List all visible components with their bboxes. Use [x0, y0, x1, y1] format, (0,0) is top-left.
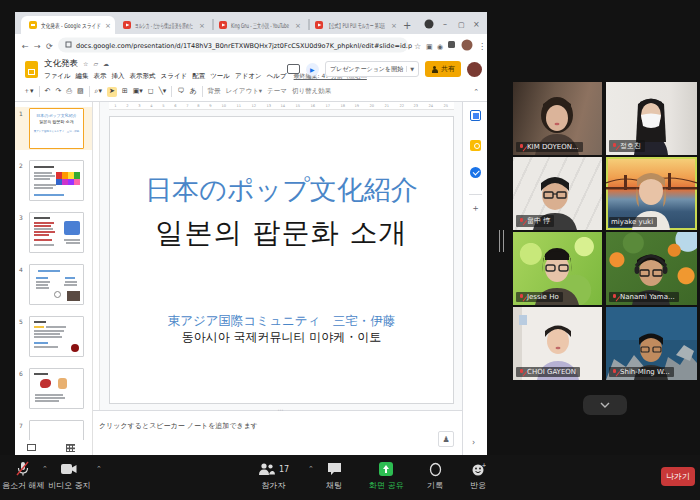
panel-collapse-icon[interactable]: › — [472, 438, 475, 447]
participant-video[interactable]: 畠中 惇 — [513, 157, 602, 230]
leave-button[interactable]: 나가기 — [661, 467, 695, 486]
menu-arrange[interactable]: 配置 — [192, 72, 205, 81]
extension-icon[interactable]: ◉ — [437, 43, 443, 51]
move-folder-icon[interactable]: ▱ — [93, 60, 98, 67]
refresh-icon[interactable]: ⟳ — [46, 42, 53, 51]
paint-format-icon[interactable]: ▨ — [77, 88, 84, 95]
account-avatar[interactable] — [467, 62, 482, 77]
slide-thumbnail-3[interactable]: 3 — [15, 211, 92, 254]
extension-icon[interactable] — [448, 41, 455, 48]
extension-icon[interactable]: ▣ — [426, 43, 433, 51]
tab-close-icon[interactable]: × — [295, 22, 301, 30]
participant-video[interactable]: 정호진 — [606, 82, 697, 155]
browser-avatar[interactable] — [462, 40, 473, 51]
participants-button[interactable]: 17 참가자 — [258, 461, 289, 491]
undo-icon[interactable]: ↶ — [45, 88, 51, 95]
share-screen-button[interactable]: 화면 공유 — [369, 461, 404, 491]
collapse-toolbar-icon[interactable]: ⌃ — [473, 88, 479, 96]
zoom-icon[interactable]: ⌕▾ — [95, 88, 102, 95]
browser-tab-youtube-1[interactable]: ヨルシカ - だから僕は音楽を辞めた × — [123, 21, 205, 30]
transition-button[interactable]: 切り替え効果 — [292, 87, 331, 96]
star-icon[interactable]: ☆ — [83, 60, 88, 67]
background-button[interactable]: 背景 — [208, 87, 221, 96]
slideshow-icon[interactable]: ▶ — [306, 63, 319, 76]
present-button[interactable]: プレゼンテーションを開始 ▼ — [325, 61, 419, 77]
slide-byline-korean[interactable]: 동아시아 국제커뮤니티 미야케・이토 — [110, 329, 453, 346]
slide-thumbnail-5[interactable]: 5 — [15, 315, 92, 358]
participant-video[interactable]: KIM DOYEON... — [513, 82, 602, 155]
menu-file[interactable]: ファイル — [44, 72, 71, 81]
insert-image-icon[interactable]: ▣▾ — [133, 88, 143, 95]
speaker-notes[interactable]: ⋯ クリックするとスピーカー ノートを追加できます ♟ — [93, 410, 462, 455]
textbox-icon[interactable]: ⊞ — [122, 88, 128, 95]
browser-tab-youtube-2[interactable]: King Gnu - 三文小説 - YouTube × — [219, 21, 301, 30]
menu-help[interactable]: ヘルプ — [267, 72, 287, 81]
close-button[interactable]: × — [473, 20, 480, 29]
participant-video[interactable]: Nanami Yama... — [606, 232, 697, 305]
insert-shape-icon[interactable]: ◻ — [148, 88, 154, 95]
presenter-view-button[interactable]: ♟ — [438, 431, 454, 447]
document-title[interactable]: 文化発表 — [44, 58, 78, 70]
tab-close-icon[interactable]: × — [391, 22, 397, 30]
grid-resize-handle[interactable] — [499, 230, 504, 252]
current-slide[interactable]: 日本のポップ文化紹介 일본의 팝문화 소개 東アジア国際コミュニティ 三宅・伊藤… — [109, 116, 454, 404]
grid-collapse-button[interactable] — [583, 395, 627, 415]
theme-button[interactable]: テーマ — [267, 87, 287, 96]
slide-byline-japanese[interactable]: 東アジア国際コミュニティ 三宅・伊藤 — [110, 313, 453, 330]
slide-thumbnail-4[interactable]: 4 — [15, 263, 92, 306]
tab-close-icon[interactable]: × — [199, 22, 205, 30]
participant-video[interactable]: CHOI GAYEON — [513, 307, 602, 380]
insert-line-icon[interactable]: ╲▾ — [159, 88, 167, 95]
calendar-icon[interactable] — [470, 110, 481, 121]
filmstrip-view-icon[interactable] — [27, 444, 36, 451]
participant-video[interactable]: Shih-MIng W... — [606, 307, 697, 380]
forward-icon[interactable]: → — [34, 42, 41, 51]
slide-thumbnail-6[interactable]: 6 — [15, 367, 92, 410]
minimize-button[interactable]: – — [443, 20, 447, 29]
slide-thumbnail-2[interactable]: 2 — [15, 159, 92, 202]
video-options-chevron[interactable]: ⌃ — [96, 465, 102, 473]
back-icon[interactable]: ← — [22, 42, 29, 51]
participants-options-chevron[interactable]: ⌃ — [308, 465, 314, 473]
browser-tab-slides[interactable]: 文化発表 - Google スライド × — [21, 16, 115, 34]
tab-title: ヨルシカ - だから僕は音楽を辞めた — [135, 22, 193, 30]
stop-video-button[interactable]: 비디오 중지 — [48, 461, 91, 491]
layout-button[interactable]: レイアウト▾ — [226, 87, 263, 96]
tasks-icon[interactable] — [470, 167, 481, 178]
menu-tools[interactable]: ツール — [210, 72, 230, 81]
record-button[interactable]: 기록 — [427, 461, 443, 491]
new-slide-icon[interactable]: ＋▾ — [23, 88, 34, 95]
meet-icon[interactable] — [287, 64, 300, 74]
slide-thumbnail-1[interactable]: 1 日本のポップ文化紹介 일본의 팝문화 소개 東アジア国際コミュニティ 三宅・… — [15, 107, 92, 150]
new-tab-button[interactable]: + — [403, 20, 411, 31]
menu-view[interactable]: 表示 — [94, 72, 107, 81]
menu-format[interactable]: 表示形式 — [130, 72, 156, 81]
maximize-button[interactable]: ▢ — [458, 21, 465, 29]
chat-button[interactable]: 채팅 — [326, 461, 342, 491]
select-cursor-icon[interactable]: ➤ — [107, 87, 117, 97]
profile-icon[interactable] — [425, 20, 434, 29]
menu-slide[interactable]: スライド — [161, 72, 188, 81]
slide-title-korean[interactable]: 일본의 팝문화 소개 — [110, 218, 453, 249]
text-icon[interactable]: あ — [189, 88, 196, 95]
menu-insert[interactable]: 挿入 — [112, 72, 125, 81]
menu-edit[interactable]: 編集 — [76, 72, 89, 81]
mute-options-chevron[interactable]: ⌃ — [42, 465, 48, 473]
participant-video-active-speaker[interactable]: miyake yuki — [606, 157, 697, 230]
comment-icon[interactable]: 🗨 — [177, 88, 184, 95]
unmute-button[interactable]: 음소거 해제 — [2, 461, 45, 491]
browser-tab-youtube-3[interactable]: 【公式】PUI PUI モルカー 第1話 × — [315, 21, 397, 30]
participant-video[interactable]: Jessie Ho — [513, 232, 602, 305]
addons-plus-icon[interactable]: ＋ — [471, 202, 480, 215]
menu-addons[interactable]: アドオン — [235, 72, 262, 81]
print-icon[interactable]: ⎙ — [66, 88, 72, 95]
share-button[interactable]: 共有 — [425, 61, 461, 77]
redo-icon[interactable]: ↷ — [55, 88, 61, 95]
slide-title-japanese[interactable]: 日本のポップ文化紹介 — [110, 175, 453, 205]
bookmark-star-icon[interactable]: ☆ — [414, 42, 421, 51]
browser-menu-icon[interactable]: ⋮ — [478, 42, 486, 51]
keep-icon[interactable] — [470, 140, 481, 151]
reactions-button[interactable]: + 반응 — [470, 461, 486, 491]
grid-view-icon[interactable] — [66, 444, 75, 452]
tab-close-icon[interactable]: × — [105, 22, 111, 30]
